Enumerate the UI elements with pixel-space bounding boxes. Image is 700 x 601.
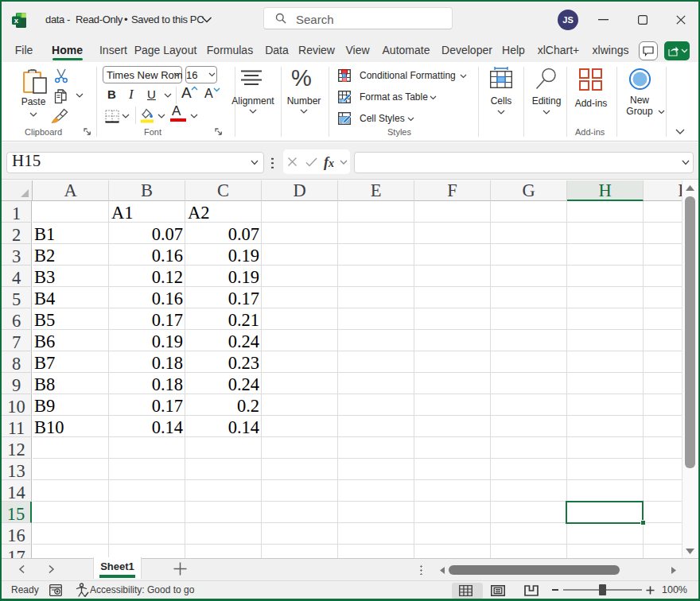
svg-text:x: x [14,16,19,25]
